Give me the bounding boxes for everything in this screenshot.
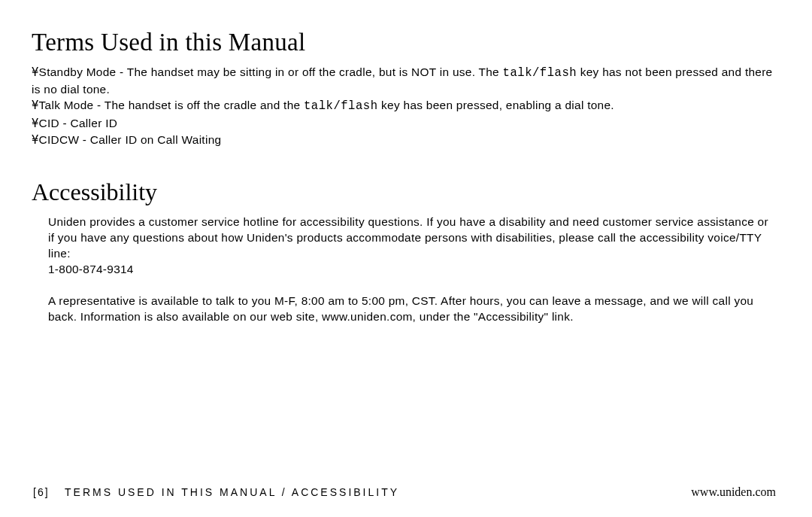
- term-key: talk/flash: [304, 99, 378, 113]
- bullet-icon: ¥: [32, 133, 39, 147]
- term-item: ¥CIDCW - Caller ID on Call Waiting: [32, 132, 774, 148]
- term-item: ¥Standby Mode - The handset may be sitti…: [32, 64, 774, 97]
- page-number: [6]: [33, 486, 50, 498]
- page-footer: [6] TERMS USED IN THIS MANUAL / ACCESSIB…: [33, 485, 776, 499]
- bullet-icon: ¥: [32, 99, 39, 112]
- term-key: talk/flash: [503, 66, 577, 80]
- term-pre: CID - Caller ID: [39, 117, 118, 129]
- bullet-icon: ¥: [32, 65, 39, 79]
- accessibility-heading: Accessibility: [32, 178, 774, 206]
- terms-section: Terms Used in this Manual ¥Standby Mode …: [32, 29, 774, 148]
- footer-breadcrumb: TERMS USED IN THIS MANUAL / ACCESSIBILIT…: [65, 486, 399, 498]
- bullet-icon: ¥: [32, 117, 39, 130]
- footer-left: [6] TERMS USED IN THIS MANUAL / ACCESSIB…: [33, 486, 399, 498]
- term-pre: CIDCW - Caller ID on Call Waiting: [39, 133, 222, 146]
- accessibility-para1: Uniden provides a customer service hotli…: [48, 214, 774, 261]
- term-item: ¥Talk Mode - The handset is off the crad…: [32, 97, 774, 114]
- terms-heading: Terms Used in this Manual: [32, 29, 774, 56]
- term-pre: Talk Mode - The handset is off the cradl…: [39, 99, 304, 111]
- footer-url: www.uniden.com: [691, 485, 776, 499]
- term-item: ¥CID - Caller ID: [32, 115, 774, 132]
- term-pre: Standby Mode - The handset may be sittin…: [39, 65, 503, 78]
- accessibility-para2: A representative is available to talk to…: [48, 293, 774, 324]
- accessibility-phone: 1-800-874-9314: [48, 261, 774, 277]
- accessibility-section: Accessibility Uniden provides a customer…: [32, 178, 774, 325]
- accessibility-body: Uniden provides a customer service hotli…: [32, 214, 774, 325]
- paragraph-spacer: [48, 277, 774, 293]
- term-post: key has been pressed, enabling a dial to…: [378, 99, 614, 111]
